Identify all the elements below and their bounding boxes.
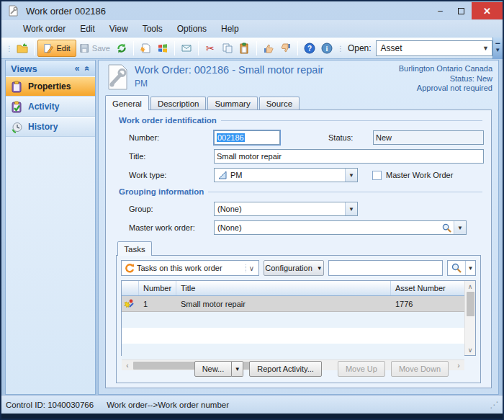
content-area: Work Order: 002186 - Small motor repair … xyxy=(98,60,499,395)
minimize-button[interactable]: – xyxy=(430,2,451,19)
menu-view[interactable]: View xyxy=(102,22,135,36)
save-button[interactable]: Save xyxy=(76,40,113,57)
section-work-order-identification: Work order identification xyxy=(119,116,485,125)
chevron-down-icon[interactable]: ▼ xyxy=(345,202,357,215)
new-task-dropdown[interactable]: ▼ xyxy=(232,361,243,377)
open-record-button[interactable] xyxy=(14,40,31,57)
overflow-arrow-icon: ▼ xyxy=(495,48,500,52)
tasks-table: Number Title Asset Number xyxy=(121,280,476,356)
resize-grip-icon[interactable]: ⋰ xyxy=(490,400,498,410)
reject-button[interactable] xyxy=(277,40,294,57)
windows-program-button[interactable] xyxy=(154,40,171,57)
help-button[interactable]: ? xyxy=(301,40,318,57)
copy-button[interactable] xyxy=(219,40,236,57)
copy-icon xyxy=(222,43,233,54)
toolbar: ⋮ Edit Save xyxy=(1,37,503,59)
open-label: Open: xyxy=(348,43,372,53)
header-number[interactable]: Number xyxy=(139,281,176,295)
number-row: Number: 002186 Status: New xyxy=(112,128,485,147)
open-target-combobox[interactable]: Asset ▼ xyxy=(376,40,492,56)
chevron-down-icon[interactable]: ▼ xyxy=(454,221,466,234)
sidebar-item-properties[interactable]: Properties xyxy=(6,76,95,97)
sidebar-item-label: Properties xyxy=(28,81,71,91)
maximize-button[interactable] xyxy=(451,2,472,19)
scroll-right-icon[interactable]: › xyxy=(453,362,464,370)
toolbar-overflow-button[interactable]: ▔ ▼ xyxy=(492,37,503,59)
info-button[interactable]: i xyxy=(318,40,336,57)
configuration-button[interactable]: Configuration ▼ xyxy=(264,260,324,276)
menu-edit[interactable]: Edit xyxy=(73,22,102,36)
paste-button[interactable] xyxy=(236,40,253,57)
tab-general[interactable]: General xyxy=(105,95,149,110)
number-label: Number: xyxy=(129,133,214,142)
title-bar: Work order 002186 – ✕ xyxy=(1,1,503,20)
menu-options[interactable]: Options xyxy=(170,22,214,36)
work-type-row: Work type: PM ▼ Master Work Order xyxy=(112,166,485,184)
toolbar-grip: ⋮ xyxy=(6,45,12,53)
edit-button-label: Edit xyxy=(57,44,71,53)
tasks-search-input[interactable] xyxy=(328,260,443,276)
header-asset-number[interactable]: Asset Number xyxy=(391,281,464,295)
master-work-order-row: Master work order: (None) ▼ xyxy=(112,218,485,237)
tasks-tab[interactable]: Tasks xyxy=(117,241,152,256)
master-work-order-label: Master work order: xyxy=(129,223,214,232)
send-button[interactable] xyxy=(178,40,195,57)
menu-work-order[interactable]: Work order xyxy=(16,22,73,36)
scroll-down-icon[interactable]: ∨ xyxy=(465,344,475,355)
cell-number: 1 xyxy=(139,296,176,311)
master-work-order-checkbox-label: Master Work Order xyxy=(386,171,453,179)
master-work-order-checkbox[interactable] xyxy=(372,171,382,180)
menu-bar: Work order Edit View Tools Options Help xyxy=(1,20,503,37)
edit-icon xyxy=(43,43,54,54)
approve-button[interactable] xyxy=(260,40,277,57)
search-button[interactable]: ▼ xyxy=(447,260,476,276)
sidebar-filler xyxy=(6,137,95,394)
menu-tools[interactable]: Tools xyxy=(135,22,170,36)
status-value: New xyxy=(376,133,392,142)
windows-logo-icon xyxy=(157,43,168,54)
scroll-up-icon[interactable]: ∧ xyxy=(465,281,475,292)
tasks-filter-combobox[interactable]: Tasks on this work order ∨ xyxy=(121,260,259,276)
move-up-button[interactable]: Move Up xyxy=(338,361,385,377)
sidebar-item-history[interactable]: History xyxy=(6,117,95,137)
tab-summary[interactable]: Summary xyxy=(207,97,257,110)
collapse-up-icon[interactable]: « xyxy=(83,66,93,71)
master-work-order-combobox[interactable]: (None) ▼ xyxy=(214,220,467,235)
vertical-scrollbar[interactable]: ∧ ∨ xyxy=(464,281,475,355)
sidebar-item-activity[interactable]: Activity xyxy=(6,97,95,117)
menu-help[interactable]: Help xyxy=(214,22,246,36)
header-title[interactable]: Title xyxy=(176,281,391,295)
group-combobox[interactable]: (None) ▼ xyxy=(214,202,358,216)
new-document-button[interactable] xyxy=(137,40,154,57)
header-icon-column[interactable] xyxy=(122,281,139,295)
new-task-button[interactable]: New... xyxy=(194,361,233,377)
close-button[interactable]: ✕ xyxy=(472,2,503,19)
tasks-table-header: Number Title Asset Number xyxy=(122,281,464,296)
toolbar-separator xyxy=(297,41,298,55)
lookup-button[interactable] xyxy=(439,223,454,233)
window-title: Work order 002186 xyxy=(26,6,106,17)
work-order-wrench-icon xyxy=(106,64,127,90)
chevron-down-icon[interactable]: ▼ xyxy=(465,261,475,275)
task-row-icon xyxy=(123,298,135,310)
record-header: Work Order: 002186 - Small motor repair … xyxy=(99,61,498,94)
tab-source[interactable]: Source xyxy=(259,97,300,110)
vertical-scroll-thumb[interactable] xyxy=(467,292,474,316)
cut-button[interactable]: ✂ xyxy=(202,40,219,57)
refresh-button[interactable] xyxy=(113,40,130,57)
table-row[interactable]: 1 Small motor repair 1776 xyxy=(122,296,464,312)
control-id: Control ID: 1040030766 xyxy=(6,401,94,409)
thumbs-up-icon xyxy=(263,43,274,54)
chevron-down-icon[interactable]: ▼ xyxy=(345,169,357,182)
number-input[interactable]: 002186 xyxy=(214,130,280,145)
tab-description[interactable]: Description xyxy=(150,97,207,110)
edit-button[interactable]: Edit xyxy=(37,40,76,57)
views-sidebar: Views « « Properties xyxy=(5,60,96,395)
report-activity-button[interactable]: Report Activity... xyxy=(249,361,322,377)
collapse-left-icon[interactable]: « xyxy=(75,63,80,73)
work-type-combobox[interactable]: PM ▼ xyxy=(214,168,358,182)
toolbar-separator xyxy=(174,41,175,55)
title-input[interactable]: Small motor repair xyxy=(214,149,484,164)
move-down-button[interactable]: Move Down xyxy=(391,361,449,377)
empty-row xyxy=(122,328,464,344)
